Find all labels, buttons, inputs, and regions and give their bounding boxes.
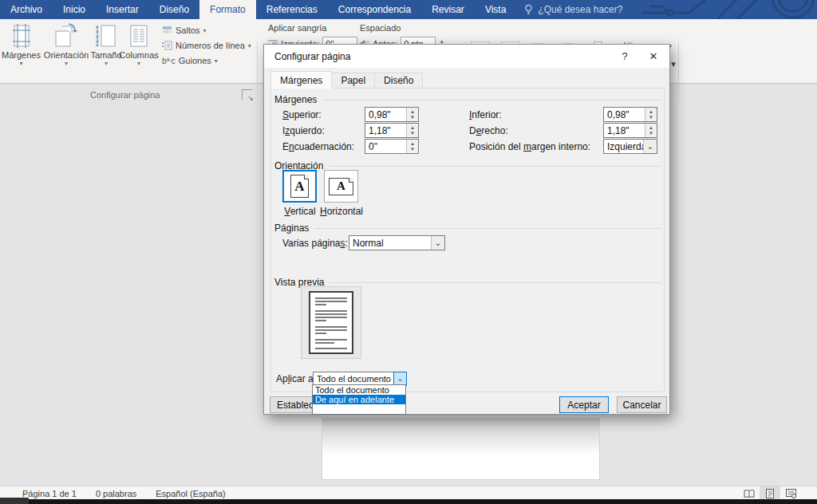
orientation-button-label: Orientación <box>44 50 89 60</box>
tab-referencias[interactable]: Referencias <box>256 0 328 19</box>
orientation-button[interactable]: Orientación ▾ <box>41 22 91 79</box>
line-numbers-button-label: Números de línea <box>176 41 245 50</box>
size-button-label: Tamaño <box>90 50 121 60</box>
line-numbers-button[interactable]: Números de línea ▾ <box>162 39 251 52</box>
multiple-pages-combobox[interactable]: Normal ⌄ <box>349 235 445 250</box>
spinner-icon[interactable]: ▲▼ <box>406 108 418 121</box>
tab-insertar[interactable]: Insertar <box>96 0 149 19</box>
tell-me-search[interactable]: ¿Qué desea hacer? <box>516 0 630 19</box>
tab-vista[interactable]: Vista <box>475 0 516 19</box>
pages-section-heading: Páginas <box>274 222 661 234</box>
page-count-status[interactable]: Página 1 de 1 <box>0 489 86 498</box>
portrait-page-icon: A <box>290 175 309 198</box>
dropdown-option-de-aqui-en-adelante[interactable]: De aquí en adelante <box>313 395 405 404</box>
inferior-label: Inferior: <box>469 109 603 120</box>
preview-page-lines <box>310 293 352 352</box>
dropdown-option-todo-el-documento[interactable]: Todo el documento <box>313 385 405 395</box>
page-setup-dialog: Configurar página ? ✕ Márgenes Papel Dis… <box>263 44 670 415</box>
dialog-tab-papel[interactable]: Papel <box>332 73 375 89</box>
tab-archivo[interactable]: Archivo <box>0 0 53 19</box>
encuadernacion-input[interactable] <box>365 140 406 153</box>
columns-icon <box>128 22 150 50</box>
multiple-pages-label: Varias páginas: <box>282 238 349 249</box>
line-numbers-icon <box>162 41 172 50</box>
horizontal-label: Horizontal <box>318 206 365 217</box>
language-status[interactable]: Español (España) <box>146 489 235 498</box>
ribbon-tab-bar: Archivo Inicio Insertar Diseño Formato R… <box>0 0 817 19</box>
taskbar-segment <box>0 498 29 504</box>
apply-to-label: Aplicar a: <box>276 373 313 384</box>
spinner-icon[interactable]: ▲▼ <box>645 108 657 121</box>
hyphenation-icon: ba-c <box>162 57 176 65</box>
orientation-vertical-tile[interactable]: A <box>282 170 317 203</box>
multiple-pages-row: Varias páginas: Normal ⌄ <box>282 235 522 250</box>
spinner-icon[interactable]: ▲▼ <box>406 140 418 153</box>
derecho-input[interactable] <box>604 124 645 137</box>
size-icon <box>94 22 118 50</box>
cancel-button[interactable]: Cancelar <box>617 396 667 413</box>
breaks-button-label: Saltos <box>176 26 200 35</box>
margins-section-heading: Márgenes <box>274 94 661 105</box>
apply-to-dropdown-list: Todo el documento De aquí en adelante <box>312 384 406 415</box>
dialog-tab-margenes[interactable]: Márgenes <box>270 71 332 89</box>
spacing-heading: Espaciado <box>360 23 401 33</box>
chevron-down-icon: ▾ <box>65 61 68 67</box>
help-icon: ? <box>622 50 627 62</box>
page-setup-group-label: Configurar página <box>90 90 160 100</box>
hyphenation-button-label: Guiones <box>179 56 211 65</box>
dropdown-option-empty[interactable] <box>313 404 405 414</box>
dialog-title: Configurar página <box>264 51 350 62</box>
read-mode-icon <box>744 490 755 498</box>
orientation-icon <box>53 22 80 50</box>
izquierdo-label: Izquierdo: <box>282 125 365 136</box>
chevron-down-icon: ▾ <box>203 27 207 34</box>
breaks-button[interactable]: Saltos ▾ <box>162 24 207 37</box>
accept-button[interactable]: Aceptar <box>559 396 609 413</box>
tab-correspondencia[interactable]: Correspondencia <box>328 0 421 19</box>
dialog-tab-diseno[interactable]: Diseño <box>375 73 423 89</box>
spinner-icon[interactable]: ▲▼ <box>645 124 657 137</box>
print-layout-icon <box>765 489 775 498</box>
dialog-shadow <box>322 418 599 455</box>
columns-button-label: Columnas <box>119 50 159 60</box>
tab-formato[interactable]: Formato <box>199 0 256 19</box>
margins-icon <box>10 22 34 50</box>
group-divider <box>678 41 679 97</box>
derecho-label: Derecho: <box>469 125 603 136</box>
document-page[interactable] <box>322 418 600 480</box>
combo-arrow-icon[interactable]: ⌄ <box>431 236 444 250</box>
inferior-input[interactable] <box>604 108 645 121</box>
margins-tab-pane: Márgenes Superior: ▲▼ Inferior: ▲▼ Izqui… <box>270 88 665 392</box>
dialog-tab-strip: Márgenes Papel Diseño <box>270 71 423 89</box>
web-layout-icon <box>786 489 796 498</box>
margins-button[interactable]: Márgenes ▾ <box>2 22 40 79</box>
word-count-status[interactable]: 0 palabras <box>86 489 146 498</box>
columns-button[interactable]: Columnas ▾ <box>120 22 157 79</box>
dialog-title-bar[interactable]: Configurar página ? ✕ <box>264 45 669 68</box>
tab-diseno[interactable]: Diseño <box>149 0 199 19</box>
combo-arrow-icon[interactable]: ⌄ <box>393 372 407 386</box>
orientation-horizontal-tile[interactable]: A <box>324 170 358 203</box>
indent-heading: Aplicar sangría <box>268 23 326 33</box>
help-button[interactable]: ? <box>612 45 637 68</box>
landscape-page-icon: A <box>329 178 353 195</box>
gutter-position-combobox[interactable]: Izquierda ⌄ <box>603 139 657 154</box>
izquierdo-input[interactable] <box>365 124 406 137</box>
chevron-down-icon: ▾ <box>19 61 22 67</box>
hyphenation-button[interactable]: ba-c Guiones ▾ <box>162 54 218 67</box>
tab-inicio[interactable]: Inicio <box>53 0 96 19</box>
chevron-down-icon: ▾ <box>671 59 676 69</box>
size-button[interactable]: Tamaño ▾ <box>92 22 120 79</box>
margins-button-label: Márgenes <box>2 50 41 60</box>
close-button[interactable]: ✕ <box>641 45 666 68</box>
spinner-icon[interactable]: ▲▼ <box>406 124 418 137</box>
combo-arrow-icon[interactable]: ⌄ <box>643 140 657 153</box>
margins-row-3: Encuadernación: ▲▼ Posición del margen i… <box>282 139 657 154</box>
chevron-down-icon: ▾ <box>248 42 251 49</box>
page-setup-dialog-launcher[interactable] <box>242 89 252 100</box>
tab-revisar[interactable]: Revisar <box>421 0 475 19</box>
superior-input[interactable] <box>365 108 406 121</box>
apply-to-combobox[interactable]: Todo el documento ⌄ <box>313 372 407 386</box>
encuadernacion-label: Encuadernación: <box>282 141 365 152</box>
superior-spinbox: ▲▼ <box>365 107 419 122</box>
